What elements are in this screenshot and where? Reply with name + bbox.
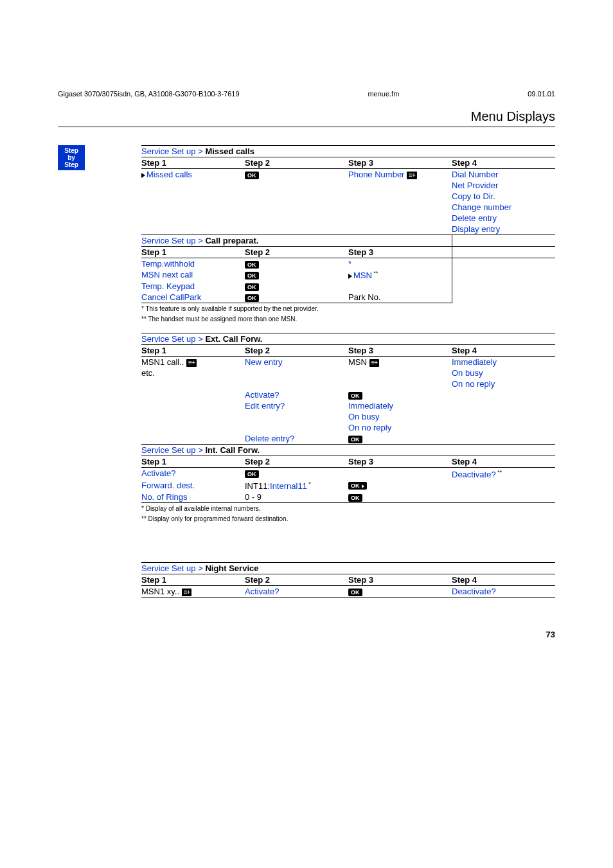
- caption-bold: Ext. Call Forw.: [205, 334, 262, 344]
- table-row: Forward. dest.INT11:Internal11 *OK: [141, 480, 555, 492]
- table-cell: On no reply: [452, 378, 555, 389]
- table-cell: Immediately: [452, 357, 555, 368]
- table-row: Delete entry?OK: [141, 433, 555, 444]
- cell-text: INT11:Internal11: [245, 481, 307, 491]
- caption-prefix: Service Set up >: [141, 563, 205, 573]
- table-row: Change number: [141, 202, 555, 213]
- table-cell: [348, 202, 452, 213]
- table-cell: [141, 224, 245, 235]
- table-cell: [141, 202, 245, 213]
- cell-text: Deactivate?: [452, 470, 496, 479]
- table-cell: [348, 378, 452, 389]
- cell-text: Missed calls: [147, 170, 192, 179]
- table-cell: [452, 400, 555, 411]
- table-cell: New entry: [245, 357, 348, 368]
- col-header: Step 3: [348, 345, 452, 357]
- table-row: Missed callsOKPhone Number ≡+Dial Number: [141, 169, 555, 181]
- header-left: Gigaset 3070/3075isdn, GB, A31008-G3070-…: [58, 90, 240, 98]
- footnote-marker: *: [307, 481, 311, 487]
- table-cell: OK: [348, 389, 452, 400]
- table-cell: Display entry: [452, 224, 555, 235]
- table-cell: [141, 191, 245, 202]
- col-header: Step 1: [141, 345, 245, 357]
- table-cell: Delete entry: [452, 213, 555, 224]
- table-cell: [348, 213, 452, 224]
- footnote: * This feature is only available if supp…: [141, 305, 555, 314]
- table-cell: OK: [245, 269, 348, 281]
- col-header: Step 1: [141, 574, 245, 585]
- table-night-service: Service Set up > Night Service Step 1 St…: [141, 562, 555, 598]
- table-cell: [452, 422, 555, 433]
- table-row: Copy to Dir.: [141, 191, 555, 202]
- cell-text: Dial Number: [452, 170, 498, 179]
- cell-text: Immediately: [452, 357, 497, 367]
- col-header: Step 4: [452, 456, 555, 468]
- col-header: Step 2: [245, 157, 348, 169]
- cell-text: *: [348, 259, 351, 269]
- table-cell: [245, 422, 348, 433]
- table-ext-call-forw: Service Set up > Ext. Call Forw. Step 1 …: [141, 333, 555, 445]
- cell-text: Temp. Keypad: [141, 281, 195, 291]
- footnote: ** Display only for programmed forward d…: [141, 515, 555, 524]
- table-cell: MSN next call: [141, 269, 245, 281]
- badge-line: Step: [59, 161, 84, 168]
- table-cell: No. of Rings: [141, 492, 245, 502]
- table-cell: OK: [245, 468, 348, 480]
- table-cell: INT11:Internal11 *: [245, 480, 348, 492]
- table-cell: [245, 411, 348, 422]
- caption-bold: Int. Call Forw.: [205, 445, 260, 455]
- table-row: MSN1 call.. ≡+New entryMSN ≡+Immediately: [141, 357, 555, 368]
- table-cell: [348, 224, 452, 235]
- running-header: Gigaset 3070/3075isdn, GB, A31008-G3070-…: [58, 0, 555, 98]
- table-cell: [141, 433, 245, 444]
- caption-prefix: Service Set up >: [141, 445, 205, 455]
- cell-text: 0 - 9: [245, 492, 262, 502]
- ok-button-icon: OK: [245, 283, 259, 291]
- table-row: Edit entry?Immediately: [141, 400, 555, 411]
- cell-text: No. of Rings: [141, 492, 188, 502]
- table-row: Net Provider: [141, 180, 555, 191]
- table-int-call-forw: Service Set up > Int. Call Forw. Step 1 …: [141, 445, 555, 503]
- table-cell: OK: [348, 433, 452, 444]
- cell-text: On no reply: [452, 379, 495, 389]
- table-row: On busy: [141, 411, 555, 422]
- table-row: MSN next callOKMSN **: [141, 269, 555, 281]
- table-row: No. of Rings0 - 9OK: [141, 492, 555, 502]
- list-menu-icon: ≡+: [186, 359, 197, 367]
- cell-text: Delete entry?: [245, 434, 294, 443]
- ok-button-icon: OK: [348, 436, 362, 443]
- body: Step by Step Service Set up > Missed cal…: [58, 145, 555, 639]
- page-number: 73: [141, 630, 555, 639]
- section-title: Menu Displays: [471, 109, 555, 123]
- table-cell: Deactivate?: [452, 585, 555, 597]
- table-cell: Net Provider: [452, 180, 555, 191]
- table-row: On no reply: [141, 422, 555, 433]
- table-cell: Immediately: [348, 400, 452, 411]
- table-cell: [452, 389, 555, 400]
- table-cell: OK: [245, 169, 348, 181]
- badge-line: by: [59, 154, 84, 161]
- col-header: Step 3: [348, 574, 452, 585]
- table-cell: On no reply: [348, 422, 452, 433]
- table-row: Display entry: [141, 224, 555, 235]
- table-cell: [245, 202, 348, 213]
- header-right: 09.01.01: [528, 90, 555, 98]
- header-center: menue.fm: [368, 90, 399, 98]
- table-caption: Service Set up > Ext. Call Forw.: [141, 333, 555, 345]
- table-cell: OK: [245, 281, 348, 292]
- table-cell: Missed calls: [141, 169, 245, 181]
- col-header: Step 2: [245, 574, 348, 585]
- selection-triangle-icon: [348, 274, 352, 279]
- table-cell: Activate?: [245, 389, 348, 400]
- col-header: Step 2: [245, 247, 348, 258]
- table-cell: OK: [348, 585, 452, 597]
- ok-button-icon: OK: [348, 494, 362, 502]
- selection-triangle-icon: [141, 173, 145, 178]
- table-cell: OK: [245, 292, 348, 303]
- col-header: Step 4: [452, 345, 555, 357]
- col-header: Step 2: [245, 345, 348, 357]
- table-cell: Copy to Dir.: [452, 191, 555, 202]
- table-cell: [245, 378, 348, 389]
- table-cell: [245, 191, 348, 202]
- table-cell: Activate?: [245, 585, 348, 597]
